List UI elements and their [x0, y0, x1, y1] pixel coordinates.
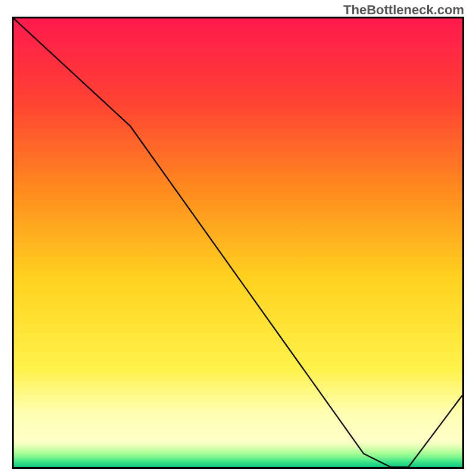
chart-container: TheBottleneck.com	[0, 0, 476, 476]
line-plot	[14, 18, 462, 467]
watermark-text: TheBottleneck.com	[343, 2, 464, 18]
plot-frame	[12, 17, 464, 469]
